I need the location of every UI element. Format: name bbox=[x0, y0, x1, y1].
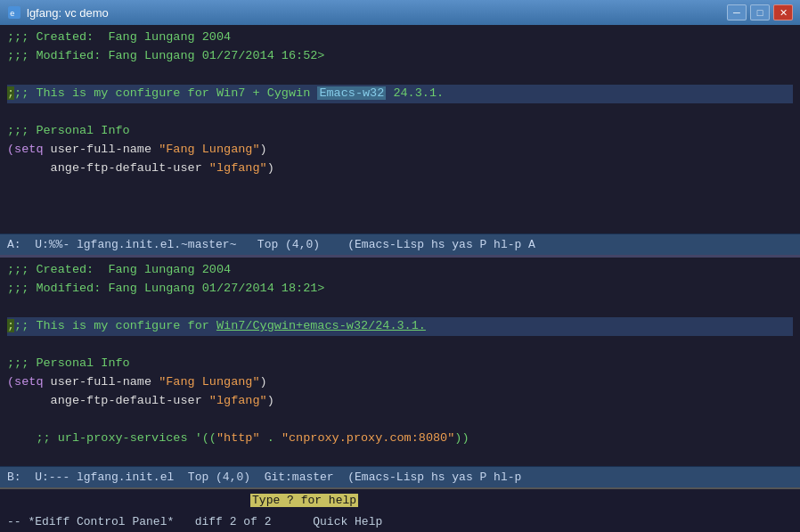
line-b8: ange-ftp-default-user "lgfang") bbox=[7, 392, 793, 411]
ediff-status-text: -- *Ediff Control Panel* diff 2 of 2 Qui… bbox=[7, 515, 382, 528]
title-bar-left: e lgfang: vc demo bbox=[7, 5, 109, 20]
title-bar: e lgfang: vc demo ─ □ ✕ bbox=[0, 0, 800, 25]
line-b2: ;;; Modified: Fang Lungang 01/27/2014 18… bbox=[7, 280, 793, 299]
pane-a[interactable]: ;;; Created: Fang lungang 2004 ;;; Modif… bbox=[0, 25, 800, 233]
minimize-button[interactable]: ─ bbox=[727, 4, 747, 20]
app-icon: e bbox=[7, 5, 21, 20]
status-a-text: A: U:%%- lgfang.init.el.~master~ Top (4,… bbox=[7, 238, 535, 251]
line-b1: ;;; Created: Fang lungang 2004 bbox=[7, 261, 793, 280]
close-button[interactable]: ✕ bbox=[773, 4, 793, 20]
line-b6: ;;; Personal Info bbox=[7, 355, 793, 373]
line-a2: ;;; Modified: Fang Lungang 01/27/2014 16… bbox=[7, 47, 793, 66]
line-a5 bbox=[7, 103, 793, 122]
line-a4: ;;; This is my configure for Win7 + Cygw… bbox=[7, 85, 793, 103]
type-help-text: Type ? for help bbox=[7, 494, 358, 507]
ediff-status-bar: -- *Ediff Control Panel* diff 2 of 2 Qui… bbox=[0, 511, 800, 532]
status-bar-b: B: U:--- lgfang.init.el Top (4,0) Git:ma… bbox=[0, 466, 800, 487]
line-b4: ;;; This is my configure for Win7/Cygwin… bbox=[7, 317, 793, 336]
main-area: ;;; Created: Fang lungang 2004 ;;; Modif… bbox=[0, 25, 800, 532]
line-a7: (setq user-full-name "Fang Lungang") bbox=[7, 141, 793, 160]
line-b5 bbox=[7, 336, 793, 355]
pane-b-code: ;;; Created: Fang lungang 2004 ;;; Modif… bbox=[0, 258, 800, 452]
line-b3 bbox=[7, 299, 793, 317]
window-title: lgfang: vc demo bbox=[27, 6, 109, 20]
svg-text:e: e bbox=[10, 9, 14, 18]
line-a8: ange-ftp-default-user "lgfang") bbox=[7, 160, 793, 178]
window-controls[interactable]: ─ □ ✕ bbox=[727, 4, 793, 20]
editor-container: ;;; Created: Fang lungang 2004 ;;; Modif… bbox=[0, 25, 800, 487]
bottom-panel: Type ? for help -- *Ediff Control Panel*… bbox=[0, 487, 800, 532]
type-help-highlight: Type ? for help bbox=[250, 494, 358, 507]
line-b9 bbox=[7, 411, 793, 430]
pane-a-code: ;;; Created: Fang lungang 2004 ;;; Modif… bbox=[0, 25, 800, 182]
pane-b[interactable]: ;;; Created: Fang lungang 2004 ;;; Modif… bbox=[0, 258, 800, 466]
line-a1: ;;; Created: Fang lungang 2004 bbox=[7, 29, 793, 47]
line-a3 bbox=[7, 66, 793, 85]
status-bar-a: A: U:%%- lgfang.init.el.~master~ Top (4,… bbox=[0, 233, 800, 255]
type-help-bar: Type ? for help bbox=[0, 489, 800, 511]
maximize-button[interactable]: □ bbox=[750, 4, 770, 20]
line-b7: (setq user-full-name "Fang Lungang") bbox=[7, 373, 793, 392]
line-b10: ;; url-proxy-services '(("http" . "cnpro… bbox=[7, 430, 793, 448]
status-b-text: B: U:--- lgfang.init.el Top (4,0) Git:ma… bbox=[7, 471, 521, 484]
line-a6: ;;; Personal Info bbox=[7, 122, 793, 141]
